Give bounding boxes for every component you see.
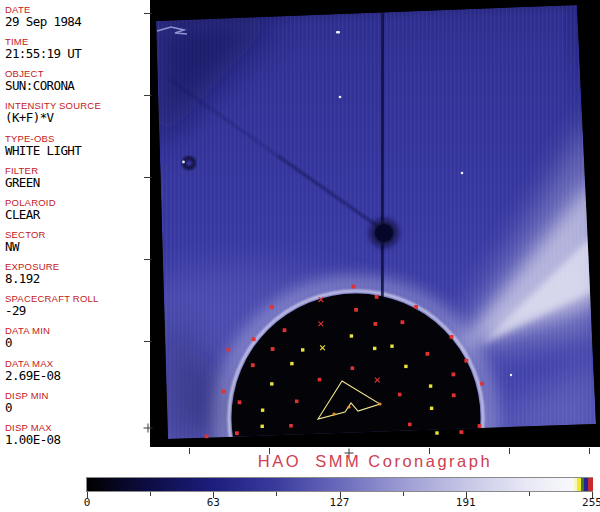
marker-dot [271, 347, 275, 351]
marker-dot [375, 295, 379, 299]
marker-dot [435, 431, 438, 434]
field-value: WHITE LIGHT [5, 144, 150, 158]
field-value: 8.192 [5, 272, 150, 286]
field-data-min: DATA MIN 0 [5, 325, 150, 357]
marker-dot [235, 431, 239, 435]
field-type-obs: TYPE-OBS WHITE LIGHT [5, 133, 150, 165]
marker-dot [270, 382, 273, 385]
marker-dot [374, 322, 378, 326]
field-spacecraft-roll: SPACECRAFT ROLL -29 [5, 293, 150, 325]
marker-dot [350, 334, 353, 337]
marker-dot [452, 393, 456, 397]
field-value: NW [5, 240, 150, 254]
marker-dot [354, 308, 358, 312]
field-object: OBJECT SUN:CORONA [5, 68, 150, 100]
field-value: 0 [5, 401, 150, 415]
field-value: SUN:CORONA [5, 79, 150, 93]
colorbar-tick-label: 191 [456, 496, 476, 509]
field-value: 1.00E-08 [5, 433, 150, 447]
image-title: HAO SMM Coronagraph [150, 452, 600, 474]
contour-node [378, 402, 381, 405]
marker-dot [301, 348, 304, 351]
colorbar-tick-label: 63 [207, 496, 220, 509]
marker-dot [408, 423, 412, 427]
marker-dot [270, 305, 274, 309]
marker-dot [464, 359, 468, 363]
coronagraph-image [150, 0, 600, 447]
field-filter: FILTER GREEN [5, 165, 150, 197]
pylon-blob-core [375, 224, 393, 242]
pylon-line [382, 4, 383, 300]
field-exposure: EXPOSURE 8.192 [5, 261, 150, 293]
marker-dot [401, 320, 405, 324]
field-label: SECTOR [5, 229, 150, 240]
marker-dot [222, 390, 226, 394]
marker-dot [373, 347, 376, 350]
colorbar-marker-stripe [588, 478, 593, 491]
marker-dot [289, 424, 293, 428]
marker-dot [251, 363, 255, 367]
field-value: CLEAR [5, 208, 150, 222]
marker-dot [414, 305, 418, 309]
field-value: (K+F)*V [5, 111, 150, 125]
field-value: 0 [5, 336, 150, 350]
field-value: 29 Sep 1984 [5, 15, 150, 29]
marker-dot [404, 365, 407, 368]
field-date: DATE 29 Sep 1984 [5, 4, 150, 36]
coronagraph-svg [150, 0, 600, 447]
marker-dot [261, 425, 264, 428]
field-polaroid: POLAROID CLEAR [5, 197, 150, 229]
marker-dot [205, 434, 209, 438]
contour-node [332, 412, 335, 415]
marker-dot [429, 384, 432, 387]
colorbar-gradient [87, 478, 592, 491]
marker-dot [352, 285, 356, 289]
colorbar-tick-label: 0 [84, 496, 91, 509]
marker-dot [430, 407, 433, 410]
marker-dot [452, 373, 456, 377]
dust-donut-highlight [182, 161, 185, 164]
field-sector: SECTOR NW [5, 229, 150, 261]
field-data-max: DATA MAX 2.69E-08 [5, 358, 150, 390]
marker-dot [426, 352, 430, 356]
colorbar-tick-label: 127 [330, 496, 350, 509]
marker-dot [398, 393, 402, 397]
field-disp-min: DISP MIN 0 [5, 390, 150, 422]
metadata-sidebar: DATE 29 Sep 1984 TIME 21:55:19 UT OBJECT… [0, 0, 150, 450]
contour-node [347, 405, 350, 408]
marker-dot [351, 366, 355, 370]
marker-dot [227, 348, 231, 352]
field-value: GREEN [5, 176, 150, 190]
field-label: DATA MAX [5, 358, 150, 369]
marker-dot [390, 345, 393, 348]
colorbar-tick-labels: 063127191255 [87, 496, 592, 510]
field-label: DISP MIN [5, 390, 150, 401]
field-label: DATA MIN [5, 325, 150, 336]
field-value: 2.69E-08 [5, 369, 150, 383]
marker-dot [261, 409, 264, 412]
field-label: TYPE-OBS [5, 133, 150, 144]
field-intensity-source: INTENSITY SOURCE (K+F)*V [5, 100, 150, 132]
marker-dot [450, 335, 454, 339]
marker-dot [238, 400, 242, 404]
marker-dot [252, 337, 256, 341]
marker-dot [480, 382, 484, 386]
field-value: 21:55:19 UT [5, 47, 150, 61]
marker-dot [460, 430, 464, 434]
field-time: TIME 21:55:19 UT [5, 36, 150, 68]
colorbar [86, 477, 593, 492]
marker-dot [295, 400, 299, 404]
field-value: -29 [5, 304, 150, 318]
field-label: SPACECRAFT ROLL [5, 293, 150, 304]
marker-dot [478, 424, 482, 428]
marker-dot [318, 378, 322, 382]
colorbar-tick-label: 255 [582, 496, 600, 509]
marker-dot [283, 328, 287, 332]
field-disp-max: DISP MAX 1.00E-08 [5, 422, 150, 454]
marker-dot [290, 362, 293, 365]
